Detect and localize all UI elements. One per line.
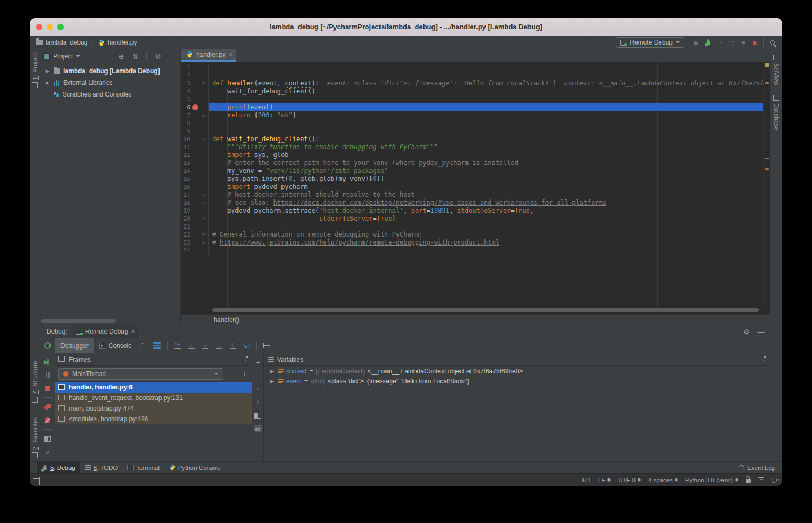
fold-start-icon[interactable]: ⌂ — [202, 135, 205, 143]
breakpoint-dot[interactable] — [192, 104, 198, 110]
next-frame-button[interactable]: ↓ — [240, 370, 249, 378]
status-item[interactable]: 4 spaces — [648, 477, 678, 483]
expand-arrow-icon[interactable]: ▶ — [46, 68, 51, 74]
fold-start-icon[interactable]: ⌂ — [202, 80, 205, 88]
resume-button[interactable]: ▶▎ — [43, 358, 52, 366]
search-everywhere-button[interactable] — [766, 38, 778, 47]
run-configuration-select[interactable]: Remote Debug — [616, 37, 684, 48]
status-item[interactable]: Python 3.8 (venv) — [685, 477, 738, 483]
collapse-all-button[interactable]: ⇅ — [130, 53, 140, 60]
pin-tab-icon[interactable]: → — [135, 342, 144, 350]
editor-line[interactable]: 21 — [181, 223, 763, 231]
editor-breadcrumb[interactable]: handler() — [181, 314, 770, 325]
bottom-tab-terminal[interactable]: >Terminal — [122, 462, 164, 473]
frame-row[interactable]: handle_event_request, bootstrap.py:131 — [55, 393, 252, 403]
pin-frames-icon[interactable]: → — [240, 356, 249, 363]
editor-line[interactable]: 16 import pydevd_pycharm — [181, 183, 763, 191]
variable-row[interactable]: ▶event = {dict} <class 'dict'>: {'messag… — [264, 376, 770, 386]
hidden-windows-icon[interactable] — [34, 477, 40, 483]
fold-zone[interactable]: ⌂ — [200, 80, 207, 88]
step-over-button[interactable]: ↷ — [171, 338, 184, 353]
debug-settings-button[interactable]: ⚙ — [741, 328, 752, 336]
move-watch-up-button[interactable]: ▲ — [254, 385, 262, 393]
expand-arrow-icon[interactable]: ▶ — [46, 80, 51, 85]
pin-variables-icon[interactable]: → — [758, 356, 766, 363]
sync-icon[interactable] — [772, 477, 777, 483]
expand-arrow-icon[interactable]: ▶ — [270, 369, 276, 374]
editor-line[interactable]: 3⌂def handler(event, context): event: <c… — [181, 80, 763, 88]
run-button[interactable]: ▶ — [691, 38, 702, 47]
fold-end-icon[interactable]: ⌂ — [202, 200, 205, 205]
tab-debugger[interactable]: Debugger — [55, 338, 94, 353]
sidebar-tab-favorites[interactable]: 2: Favorites — [32, 416, 38, 458]
editor-line[interactable]: 24 — [181, 247, 763, 255]
fold-zone[interactable]: ⌂ — [200, 239, 207, 247]
editor-line[interactable]: 12 import sys, glob — [181, 151, 763, 159]
editor-line[interactable]: 15 sys.path.insert(0, glob.glob(my_venv)… — [181, 175, 763, 183]
code-editor[interactable]: 123⌂def handler(event, context): event: … — [181, 62, 770, 307]
expand-arrow-icon[interactable]: ▶ — [270, 379, 276, 384]
coverage-button[interactable]: ◔ — [714, 38, 726, 47]
fold-end-icon[interactable]: ⌂ — [202, 240, 205, 245]
close-window-button[interactable] — [36, 24, 42, 30]
tree-item-library[interactable]: ▶External Libraries — [40, 77, 180, 89]
fold-zone[interactable]: ⌂ — [200, 215, 207, 223]
rerun-button[interactable] — [40, 338, 55, 353]
fold-start-icon[interactable]: ⌂ — [202, 231, 205, 239]
step-into-my-code-button[interactable]: ⇣ — [198, 338, 212, 353]
fold-zone[interactable]: ⌂ — [200, 191, 207, 199]
debug-session-tab[interactable]: Remote Debug × — [72, 325, 139, 338]
reader-mode-icon[interactable] — [758, 477, 764, 482]
add-watch-button[interactable]: + — [254, 359, 262, 366]
fold-start-icon[interactable]: ⌂ — [202, 191, 205, 199]
editor-line[interactable]: 10⌂def wait_for_debug_client(): — [181, 135, 763, 143]
fold-end-icon[interactable]: ⌂ — [202, 112, 205, 118]
project-panel-title[interactable]: Project — [53, 53, 73, 60]
editor-line[interactable]: 1 — [181, 64, 763, 72]
run-to-cursor-button[interactable]: ↘ı — [240, 338, 253, 353]
close-tab-icon[interactable]: × — [228, 51, 232, 58]
restore-layout-button[interactable] — [43, 434, 52, 443]
fold-zone[interactable]: ⌂ — [200, 111, 207, 119]
frame-row[interactable]: <module>, bootstrap.py:486 — [55, 414, 252, 424]
tab-console[interactable]: Console → — [94, 338, 149, 353]
caret-position[interactable]: 6:1 — [582, 477, 591, 483]
sidebar-tab-project[interactable]: 1: Project — [32, 53, 38, 88]
project-hscrollbar[interactable] — [41, 319, 116, 323]
step-into-button[interactable]: ↓ — [184, 338, 198, 353]
evaluate-infinity-button[interactable]: ∞ — [254, 425, 262, 432]
variables-menu-icon[interactable] — [268, 357, 274, 362]
previous-frame-button[interactable]: ↑ — [227, 370, 236, 378]
more-actions-button[interactable]: » — [43, 448, 52, 456]
status-item[interactable]: LF — [598, 477, 611, 483]
thread-selector[interactable]: MainThread — [58, 368, 223, 380]
editor-line[interactable]: 20⌂ stderrToServer=True) — [181, 215, 763, 223]
bottom-tab-debug[interactable]: 5: Debug — [37, 462, 80, 473]
editor-line[interactable]: 19 pydevd_pycharm.settrace('host.docker.… — [181, 207, 763, 215]
force-step-into-button[interactable]: ↓ — [212, 338, 226, 353]
move-watch-down-button[interactable]: ▼ — [254, 398, 262, 406]
remove-watch-button[interactable]: − — [254, 372, 262, 379]
sidebar-tab-structure[interactable]: 7: Structure — [32, 361, 38, 403]
editor-line[interactable]: 11 """Utility function to enable debuggi… — [181, 143, 763, 151]
editor-line[interactable]: 8 — [181, 119, 763, 127]
editor-line[interactable]: 5 — [181, 95, 763, 103]
sidebar-tab-database[interactable]: Database — [773, 95, 780, 130]
panel-settings-button[interactable]: ⚙ — [153, 53, 163, 60]
view-breakpoints-button[interactable] — [43, 403, 52, 411]
editor-line[interactable]: 23⌂# https://www.jetbrains.com/help/pych… — [181, 239, 763, 247]
editor-line[interactable]: 6 print(event) — [181, 103, 763, 111]
editor-hscrollbar-thumb[interactable] — [212, 308, 759, 312]
event-log-button[interactable]: Event Log — [739, 462, 782, 473]
editor-line[interactable]: 18⌂ # see also: https://docs.docker.com/… — [181, 199, 763, 207]
status-item[interactable]: UTF-8 — [618, 477, 641, 483]
editor-tab-handler[interactable]: handler.py × — [181, 49, 236, 62]
breadcrumb-file[interactable]: handler.py — [108, 39, 137, 46]
error-stripe[interactable] — [763, 62, 770, 307]
locate-file-button[interactable]: ⊕ — [116, 53, 127, 60]
fold-zone[interactable]: ⌂ — [200, 231, 207, 239]
lock-icon[interactable] — [746, 479, 751, 483]
bottom-tab-python[interactable]: Python Console — [164, 462, 226, 473]
fold-zone[interactable]: ⌂ — [200, 199, 207, 207]
editor-line[interactable]: 4 wait_for_debug_client() — [181, 88, 763, 95]
